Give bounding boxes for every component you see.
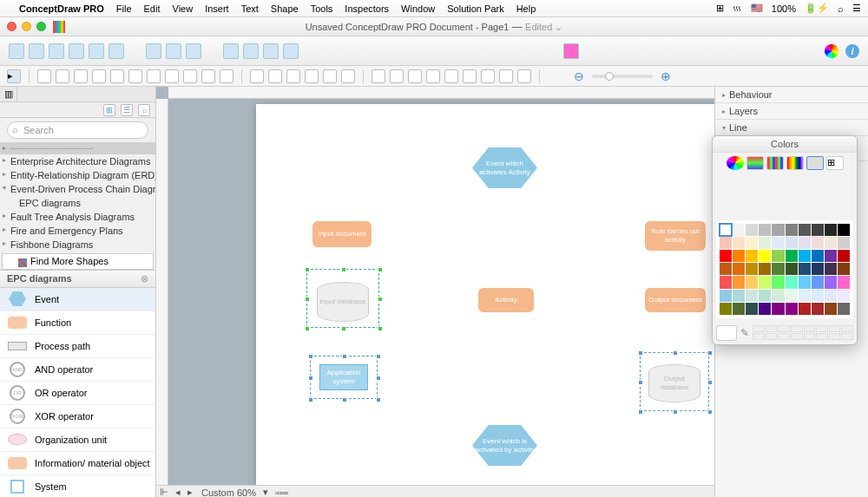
tool-button[interactable] — [263, 43, 279, 59]
panel-tab[interactable]: ▥ — [0, 87, 17, 101]
menu-edit[interactable]: Edit — [144, 3, 161, 14]
color-swatch[interactable] — [786, 224, 798, 236]
selection-handle[interactable] — [305, 267, 310, 272]
menu-window[interactable]: Window — [401, 3, 435, 14]
tool-button[interactable] — [283, 43, 299, 59]
shape-tool[interactable] — [147, 69, 161, 83]
selection-handle[interactable] — [376, 376, 381, 381]
current-color[interactable] — [716, 325, 737, 341]
color-swatch[interactable] — [799, 276, 811, 288]
color-swatch[interactable] — [772, 224, 784, 236]
connector-tool[interactable] — [372, 69, 385, 83]
color-swatch[interactable] — [720, 237, 732, 249]
color-swatch[interactable] — [733, 263, 745, 275]
colors-panel[interactable]: Colors ⊞ ✎ — [712, 135, 858, 345]
canvas-shape[interactable]: Event which is activated by activity — [472, 425, 537, 466]
shape-item[interactable]: System — [0, 475, 155, 497]
connector-tool[interactable] — [499, 69, 513, 83]
selection-handle[interactable] — [378, 326, 383, 331]
tool-button[interactable] — [29, 43, 44, 59]
tree-item[interactable]: Floor Plans — [0, 252, 155, 253]
canvas-shape[interactable]: Input document — [312, 221, 372, 247]
color-swatch[interactable] — [799, 237, 811, 249]
inspector-section[interactable]: Layers — [715, 103, 868, 120]
tool-button[interactable] — [69, 43, 84, 59]
canvas-shape[interactable]: Event which activates Activity — [472, 147, 537, 188]
eyedropper-icon[interactable]: ✎ — [740, 327, 749, 339]
tree-item[interactable]: Entity-Relationship Diagram (ERD) — [0, 168, 155, 182]
color-swatch[interactable] — [812, 290, 824, 302]
color-swatch[interactable] — [825, 263, 837, 275]
shape-tool[interactable] — [92, 69, 106, 83]
selection-handle[interactable] — [342, 354, 347, 359]
color-swatch[interactable] — [720, 263, 732, 275]
color-swatch[interactable] — [799, 290, 811, 302]
selection-box[interactable] — [306, 269, 379, 328]
selection-box[interactable] — [640, 352, 709, 411]
color-swatch[interactable] — [746, 224, 758, 236]
find-more-shapes[interactable]: Find More Shapes — [2, 253, 154, 269]
selection-handle[interactable] — [341, 326, 346, 331]
color-swatch[interactable] — [812, 224, 824, 236]
list-icon[interactable]: ☰ — [852, 3, 861, 14]
selection-handle[interactable] — [342, 397, 347, 402]
color-swatch[interactable] — [733, 276, 745, 288]
color-swatch[interactable] — [759, 224, 771, 236]
search-input[interactable]: Search — [7, 121, 148, 139]
color-swatch[interactable] — [838, 263, 850, 275]
tree-item[interactable]: ─────────────── — [0, 142, 155, 154]
shape-tool[interactable] — [128, 69, 142, 83]
zoom-label[interactable]: Custom 60% — [196, 487, 261, 498]
connector-tool[interactable] — [444, 69, 458, 83]
color-crayon-mode[interactable] — [806, 156, 824, 170]
color-swatch[interactable] — [733, 290, 745, 302]
selection-handle[interactable] — [638, 380, 643, 385]
tree-item[interactable]: Enterprise Architecture Diagrams — [0, 154, 155, 168]
search-icon[interactable]: ⌕ — [838, 3, 844, 14]
color-swatch[interactable] — [746, 290, 758, 302]
color-swatch[interactable] — [838, 237, 850, 249]
selection-handle[interactable] — [305, 297, 310, 302]
selection-handle[interactable] — [638, 409, 643, 415]
canvas-shape[interactable]: Activity — [478, 288, 534, 312]
connector-tool[interactable] — [426, 69, 440, 83]
pointer-tool[interactable]: ▸ — [7, 69, 21, 83]
color-swatch[interactable] — [759, 250, 771, 262]
color-swatch[interactable] — [786, 276, 798, 288]
color-swatch[interactable] — [812, 263, 824, 275]
color-swatch[interactable] — [825, 224, 837, 236]
tool-button[interactable] — [9, 43, 24, 59]
color-swatch[interactable] — [772, 276, 784, 288]
selection-box[interactable] — [310, 356, 378, 399]
tool-button[interactable] — [223, 43, 239, 59]
shape-tool[interactable] — [220, 69, 233, 83]
shape-tool[interactable] — [74, 69, 88, 83]
app-name[interactable]: ConceptDraw PRO — [19, 3, 104, 14]
library-header[interactable]: EPC diagrams⊗ — [0, 270, 155, 288]
color-wheel-mode[interactable] — [727, 156, 744, 170]
zoom-out-icon[interactable]: ⊖ — [574, 69, 584, 83]
color-swatch[interactable] — [812, 250, 824, 262]
tool-button[interactable] — [49, 43, 64, 59]
color-swatch[interactable] — [720, 303, 732, 315]
view-list-icon[interactable]: ☰ — [121, 104, 133, 116]
color-swatch[interactable] — [759, 276, 771, 288]
selection-handle[interactable] — [341, 267, 346, 272]
canvas-shape[interactable]: Output document — [645, 288, 706, 312]
search-icon[interactable]: ⌕ — [138, 104, 150, 116]
color-swatch[interactable] — [812, 303, 824, 315]
color-swatch[interactable] — [759, 303, 771, 315]
connector-tool[interactable] — [481, 69, 495, 83]
scroll-left-icon[interactable]: ◂ — [172, 487, 184, 497]
color-sliders-mode[interactable] — [746, 156, 764, 170]
color-swatch[interactable] — [825, 250, 837, 262]
view-grid-icon[interactable]: ⊞ — [103, 104, 115, 116]
color-grid-mode[interactable]: ⊞ — [826, 156, 844, 170]
line-tool[interactable] — [323, 69, 337, 83]
menu-solution-park[interactable]: Solution Park — [447, 3, 503, 14]
connector-tool[interactable] — [408, 69, 422, 83]
shape-item[interactable]: Event — [0, 288, 155, 311]
grid-icon[interactable]: ⊞ — [716, 3, 724, 14]
color-swatch[interactable] — [799, 224, 811, 236]
selection-handle[interactable] — [378, 267, 383, 272]
